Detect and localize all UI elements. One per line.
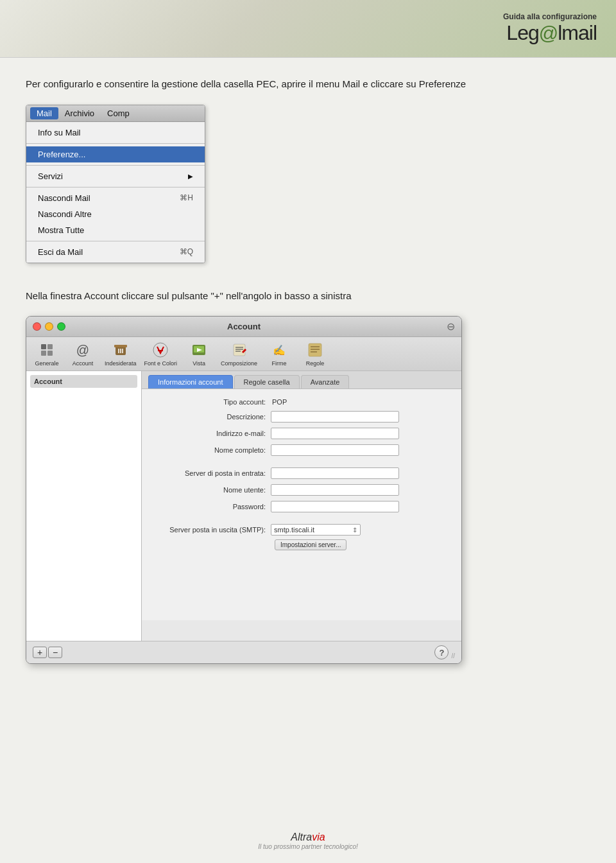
brand-block: Guida alla configurazione Leg@lmail [503, 12, 597, 45]
menu-bar-mail: Mail [30, 107, 58, 119]
logo-legal: Leg [506, 21, 538, 44]
panel-content: Tipo account: POP Descrizione: Indirizzo… [142, 389, 461, 620]
mac-menu-dropdown: Info su Mail Preferenze... Servizi ▶ Nas… [26, 122, 205, 263]
window-title: Account [227, 322, 261, 331]
servizi-arrow-icon: ▶ [188, 173, 193, 180]
window-panel: Informazioni account Regole casella Avan… [142, 371, 461, 641]
password-label: Password: [152, 503, 271, 510]
add-account-button[interactable]: + [33, 647, 47, 658]
window-controls [33, 322, 65, 331]
email-input[interactable] [271, 428, 399, 439]
form-row-smtp: Server posta in uscita (SMTP): smtp.tisc… [152, 524, 451, 536]
menu-bar-archivio: Archivio [58, 107, 101, 119]
tab-avanzate[interactable]: Avanzate [301, 375, 350, 388]
close-button[interactable] [33, 322, 41, 331]
toolbar-firme[interactable]: ✍ Firme [265, 341, 293, 367]
menu-item-info-label: Info su Mail [38, 128, 80, 137]
menu-item-preferenze: Preferenze... [26, 146, 205, 162]
guide-label: Guida alla configurazione [503, 12, 597, 21]
toolbar-font-colori[interactable]: Font e Colori [144, 341, 178, 367]
form-row-tipo: Tipo account: POP [152, 398, 451, 406]
toolbar-font-colori-label: Font e Colori [144, 360, 178, 367]
menu-sep-3 [26, 187, 205, 187]
smtp-stepper-icon: ⇕ [352, 527, 357, 534]
impostazioni-button[interactable]: Impostazioni server... [275, 539, 346, 550]
menu-item-mostra-tutte-label: Mostra Tutte [38, 225, 84, 235]
menu-sep-4 [26, 241, 205, 241]
menu-item-info: Info su Mail [26, 125, 205, 141]
nascondi-mail-shortcut: ⌘H [180, 193, 193, 202]
nome-input[interactable] [271, 444, 399, 456]
footer-brand-via: via [312, 832, 325, 842]
remove-account-button[interactable]: − [48, 647, 62, 658]
smtp-value: smtp.tiscali.it [274, 526, 314, 534]
tipo-value: POP [271, 398, 287, 406]
footer-brand-altra: Altra [291, 832, 312, 842]
svg-rect-0 [41, 344, 46, 349]
resize-handle-icon: // [451, 652, 455, 659]
menu-sep-1 [26, 143, 205, 144]
toolbar-composizione[interactable]: Composizione [221, 341, 257, 367]
maximize-button[interactable] [57, 322, 65, 331]
mac-menu-screenshot: Mail Archivio Comp Info su Mail Preferen… [26, 105, 205, 263]
password-input[interactable] [271, 501, 399, 512]
svg-rect-13 [234, 344, 245, 356]
descrizione-input[interactable] [271, 411, 399, 423]
smtp-select[interactable]: smtp.tiscali.it ⇕ [271, 524, 361, 536]
generale-icon [38, 341, 56, 359]
sidebar-account-header: Account [30, 375, 137, 388]
smtp-label: Server posta in uscita (SMTP): [152, 526, 271, 534]
svg-rect-5 [114, 345, 127, 347]
header: Guida alla configurazione Leg@lmail [0, 0, 616, 58]
regole-icon [306, 341, 324, 359]
svg-rect-17 [309, 344, 321, 356]
minimize-button[interactable] [45, 322, 53, 331]
email-label: Indirizzo e-mail: [152, 430, 271, 437]
toolbar-generale-label: Generale [35, 360, 58, 367]
server-in-input[interactable] [271, 467, 399, 479]
server-in-label: Server di posta in entrata: [152, 469, 271, 477]
menu-item-servizi-label: Servizi [38, 171, 63, 181]
toolbar-firme-label: Firme [272, 360, 287, 367]
toolbar-account-label: Account [73, 360, 94, 367]
vista-icon [190, 341, 208, 359]
form-row-descrizione: Descrizione: [152, 411, 451, 423]
toolbar-regole[interactable]: Regole [301, 341, 329, 367]
logo: Leg@lmail [503, 21, 597, 45]
menu-item-esci: Esci da Mail ⌘Q [26, 244, 205, 260]
panel-tabs: Informazioni account Regole casella Avan… [142, 371, 461, 389]
utente-input[interactable] [271, 484, 399, 496]
nome-label: Nome completo: [152, 446, 271, 454]
toolbar-indesiderata-label: Indesiderata [105, 360, 137, 367]
window-body: Account Informazioni account Regole case… [26, 371, 461, 641]
indesiderata-icon [112, 341, 130, 359]
toolbar-indesiderata[interactable]: Indesiderata [105, 341, 137, 367]
esci-shortcut: ⌘Q [180, 247, 193, 256]
intro-text: Per configurarlo e consentire la gestion… [26, 77, 552, 92]
menu-item-nascondi-mail: Nascondi Mail ⌘H [26, 190, 205, 206]
add-remove-buttons: + − [33, 647, 62, 658]
window-bottom: + − ? // [26, 641, 461, 663]
help-button[interactable]: ? [434, 645, 449, 659]
toolbar-generale[interactable]: Generale [33, 341, 61, 367]
window-sidebar: Account [26, 371, 142, 641]
tab-regole-casella[interactable]: Regole casella [234, 375, 300, 388]
window-zoom-icon: ⊖ [447, 320, 455, 333]
tab-informazioni-account[interactable]: Informazioni account [148, 375, 233, 388]
toolbar-account[interactable]: @ Account [69, 341, 97, 367]
form-row-nome: Nome completo: [152, 444, 451, 456]
account-icon: @ [74, 341, 92, 359]
menu-item-nascondi-altre-label: Nascondi Altre [38, 209, 92, 219]
form-row-impostazioni: Impostazioni server... [152, 539, 451, 550]
logo-lmail: lmail [558, 21, 597, 44]
form-row-server-in: Server di posta in entrata: [152, 467, 451, 479]
toolbar-regole-label: Regole [306, 360, 325, 367]
main-content: Per configurarlo e consentire la gestion… [0, 58, 616, 683]
mac-menu-bar: Mail Archivio Comp [26, 105, 205, 122]
font-colori-icon [151, 341, 169, 359]
toolbar-vista[interactable]: Vista [185, 341, 213, 367]
svg-rect-2 [41, 351, 46, 356]
window-toolbar: Generale @ Account Indesiderata [26, 337, 461, 371]
form-row-utente: Nome utente: [152, 484, 451, 496]
svg-rect-3 [47, 351, 53, 356]
